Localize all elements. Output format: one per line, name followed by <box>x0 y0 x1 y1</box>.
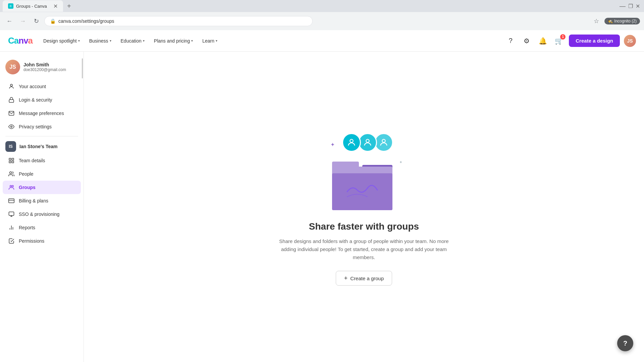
profile-email: doe301200@gmail.com <box>23 67 66 72</box>
sidebar: JS John Smith doe301200@gmail.com Your a… <box>0 52 84 362</box>
nav-item-business[interactable]: Business ▾ <box>85 36 115 46</box>
user-avatar[interactable]: JS <box>624 35 636 47</box>
notifications-icon-button[interactable]: 🔔 <box>537 35 549 47</box>
settings-icon-button[interactable]: ⚙ <box>521 35 533 47</box>
avatar-circle-2 <box>358 133 377 152</box>
browser-tabs-bar: C Groups - Canva ✕ + — ❐ ✕ <box>0 0 644 12</box>
sidebar-item-label: Privacy settings <box>19 124 52 129</box>
svg-point-2 <box>11 126 12 128</box>
reports-icon <box>8 224 15 231</box>
svg-rect-6 <box>12 161 14 163</box>
sidebar-item-label: SSO & provisioning <box>19 212 59 217</box>
forward-button[interactable]: → <box>17 16 28 26</box>
chevron-down-icon: ▾ <box>216 39 217 43</box>
nav-item-learn[interactable]: Learn ▾ <box>198 36 221 46</box>
browser-nav-bar: ← → ↻ 🔒 canva.com/settings/groups ☆ 🕵 In… <box>0 12 644 30</box>
sidebar-item-your-account[interactable]: Your account <box>3 80 81 93</box>
team-name: Ian Stone's Team <box>19 144 58 149</box>
people-icon <box>8 171 15 177</box>
svg-rect-1 <box>9 100 14 102</box>
chevron-down-icon: ▾ <box>110 39 111 43</box>
svg-rect-5 <box>9 161 11 163</box>
chevron-down-icon: ▾ <box>143 39 145 43</box>
tab-close-icon[interactable]: ✕ <box>53 3 58 9</box>
empty-state-description: Share designs and folders with a group o… <box>277 237 451 261</box>
svg-point-20 <box>382 139 385 142</box>
bookmark-button[interactable]: ☆ <box>591 16 602 26</box>
chevron-down-icon: ▾ <box>191 39 193 43</box>
scroll-indicator[interactable] <box>82 58 83 78</box>
sidebar-item-label: Your account <box>19 84 46 89</box>
user-profile: JS John Smith doe301200@gmail.com <box>0 57 84 80</box>
nav-item-education[interactable]: Education ▾ <box>117 36 149 46</box>
nav-items: Design spotlight ▾ Business ▾ Education … <box>39 36 502 46</box>
account-section: Your account Login & security Message pr… <box>0 80 84 133</box>
sidebar-item-privacy-settings[interactable]: Privacy settings <box>3 120 81 133</box>
folder-illustration <box>325 152 402 212</box>
sidebar-item-login-security[interactable]: Login & security <box>3 93 81 107</box>
cart-button[interactable]: 🛒 1 <box>553 35 565 47</box>
tab-title: Groups - Canva <box>16 4 47 9</box>
svg-point-7 <box>10 172 12 174</box>
url-text: canva.com/settings/groups <box>58 18 114 24</box>
lock-icon <box>8 97 15 103</box>
maximize-button[interactable]: ❐ <box>628 3 633 10</box>
address-bar[interactable]: 🔒 canva.com/settings/groups <box>44 16 313 26</box>
nav-item-design-spotlight[interactable]: Design spotlight ▾ <box>39 36 84 46</box>
reload-button[interactable]: ↻ <box>31 16 42 26</box>
sidebar-item-label: Login & security <box>19 97 52 103</box>
team-header: IS Ian Stone's Team <box>0 139 84 154</box>
sidebar-item-people[interactable]: People <box>3 167 81 181</box>
create-design-button[interactable]: Create a design <box>569 35 620 47</box>
help-fab-button[interactable]: ? <box>617 335 633 351</box>
billing-icon <box>8 197 15 204</box>
browser-tab-active[interactable]: C Groups - Canva ✕ <box>3 0 63 12</box>
groups-icon <box>8 184 15 191</box>
lock-icon: 🔒 <box>50 18 56 24</box>
groups-empty-state: ✦ ✦ ✦ <box>277 128 451 286</box>
avatar-circle-3 <box>374 133 393 152</box>
create-group-button[interactable]: + Create a group <box>336 271 392 286</box>
help-icon-button[interactable]: ? <box>504 35 517 47</box>
close-button[interactable]: ✕ <box>636 3 640 10</box>
sidebar-item-message-preferences[interactable]: Message preferences <box>3 107 81 120</box>
nav-item-plans-pricing[interactable]: Plans and pricing ▾ <box>150 36 197 46</box>
profile-name: John Smith <box>23 62 66 67</box>
sidebar-item-reports[interactable]: Reports <box>3 221 81 234</box>
avatar-circles-group <box>342 133 393 152</box>
sidebar-item-permissions[interactable]: Permissions <box>3 234 81 248</box>
main-layout: JS John Smith doe301200@gmail.com Your a… <box>0 52 644 362</box>
sidebar-item-label: Billing & plans <box>19 198 48 203</box>
sidebar-item-groups[interactable]: Groups <box>3 181 81 194</box>
groups-illustration: ✦ ✦ ✦ <box>310 128 418 212</box>
svg-rect-10 <box>9 199 14 203</box>
tab-favicon: C <box>8 3 13 9</box>
eye-icon <box>8 123 15 130</box>
svg-point-8 <box>10 185 12 187</box>
sidebar-item-label: Reports <box>19 225 35 230</box>
plus-icon: + <box>344 275 348 281</box>
sidebar-item-sso-provisioning[interactable]: SSO & provisioning <box>3 207 81 221</box>
new-tab-button[interactable]: + <box>64 1 74 11</box>
browser-chrome: C Groups - Canva ✕ + — ❐ ✕ ← → ↻ 🔒 canva… <box>0 0 644 30</box>
team-section: IS Ian Stone's Team Team details People <box>0 139 84 248</box>
svg-rect-12 <box>9 212 14 216</box>
sidebar-divider <box>5 136 78 136</box>
profile-avatar: JS <box>5 60 20 74</box>
canva-logo[interactable]: Canva <box>8 36 33 46</box>
chevron-down-icon: ▾ <box>78 39 80 43</box>
svg-point-19 <box>366 139 369 142</box>
grid-icon <box>8 157 15 164</box>
sso-icon <box>8 211 15 218</box>
person-icon <box>8 83 15 90</box>
sidebar-item-billing-plans[interactable]: Billing & plans <box>3 194 81 207</box>
team-avatar: IS <box>5 141 16 152</box>
minimize-button[interactable]: — <box>620 3 626 10</box>
avatar-circle-1 <box>342 133 361 152</box>
canva-app: Canva Design spotlight ▾ Business ▾ Educ… <box>0 30 644 362</box>
back-button[interactable]: ← <box>4 16 15 26</box>
svg-point-0 <box>10 84 12 86</box>
svg-rect-3 <box>9 158 11 160</box>
sidebar-item-team-details[interactable]: Team details <box>3 154 81 167</box>
sidebar-item-label: Groups <box>19 185 36 190</box>
